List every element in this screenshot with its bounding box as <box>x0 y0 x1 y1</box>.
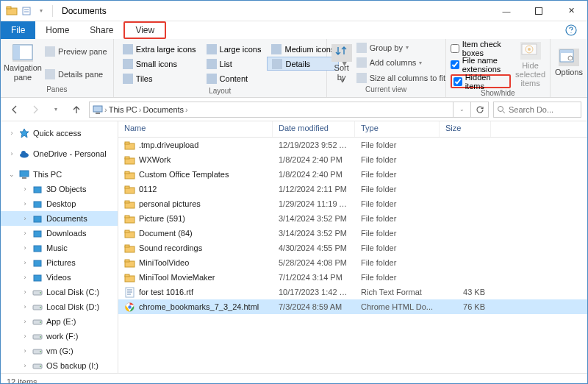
col-date[interactable]: Date modified <box>273 121 355 137</box>
details-pane-button[interactable]: Details pane <box>45 68 107 82</box>
options-button[interactable]: Options <box>553 40 584 85</box>
tree-item[interactable]: ›App (E:) <box>1 314 118 329</box>
hidden-items-toggle[interactable]: Hidden items <box>451 74 511 88</box>
forward-button[interactable] <box>27 102 43 118</box>
table-row[interactable]: .tmp.driveupload12/19/2023 9:52 AMFile f… <box>118 138 587 152</box>
minimize-button[interactable]: — <box>490 1 523 21</box>
expand-icon[interactable]: › <box>21 274 29 281</box>
file-extensions-checkbox[interactable] <box>451 60 459 69</box>
expand-icon[interactable]: › <box>21 215 29 222</box>
tree-item[interactable]: ›Documents <box>1 211 118 226</box>
table-row[interactable]: personal pictures1/29/2024 11:19 AMFile … <box>118 196 587 211</box>
expand-icon[interactable]: › <box>8 129 15 137</box>
table-row[interactable]: MiniTool MovieMaker7/1/2024 3:14 PMFile … <box>118 270 587 285</box>
tree-item[interactable]: ›Local Disk (D:) <box>1 299 118 314</box>
table-row[interactable]: for test 1016.rtf10/17/2023 1:42 PMRich … <box>118 285 587 299</box>
expand-icon[interactable]: › <box>8 150 15 157</box>
sort-by-button[interactable]: Sort by <box>330 40 354 85</box>
file-extensions-toggle[interactable]: File name extensions <box>451 58 511 72</box>
crumb-documents[interactable]: Documents <box>143 105 184 114</box>
maximize-button[interactable] <box>523 1 555 21</box>
table-row[interactable]: MiniToolVideo5/28/2024 4:08 PMFile folde… <box>118 255 587 270</box>
recent-locations-button[interactable]: ▾ <box>48 102 64 118</box>
qat-dropdown-icon[interactable]: ▾ <box>35 4 48 18</box>
tree-item[interactable]: ›work (F:) <box>1 329 118 344</box>
breadcrumb[interactable]: › This PC › Documents › <box>89 102 453 118</box>
close-button[interactable]: ✕ <box>555 1 587 21</box>
col-size[interactable]: Size <box>440 121 491 137</box>
group-by-button[interactable]: Group by▾ <box>356 40 445 54</box>
file-name: Custom Office Templates <box>139 170 229 179</box>
col-name[interactable]: Name <box>118 121 273 137</box>
tab-view[interactable]: View <box>123 21 166 39</box>
expand-icon[interactable]: › <box>21 244 29 252</box>
size-columns-button[interactable]: Size all columns to fit <box>356 71 445 85</box>
tree-item[interactable]: ›3D Objects <box>1 182 118 196</box>
col-type[interactable]: Type <box>355 121 440 137</box>
expand-icon[interactable]: › <box>21 333 29 340</box>
preview-pane-button[interactable]: Preview pane <box>45 45 107 59</box>
svg-rect-23 <box>20 171 29 177</box>
qat-props-icon[interactable] <box>20 4 33 18</box>
layout-list[interactable]: List <box>202 57 266 71</box>
expand-icon[interactable]: › <box>21 230 29 237</box>
tree-item[interactable]: ›Pictures <box>1 255 118 270</box>
tree-item[interactable]: ›Local Disk (C:) <box>1 285 118 299</box>
refresh-button[interactable] <box>471 102 489 118</box>
back-button[interactable] <box>7 102 23 118</box>
item-check-boxes-checkbox[interactable] <box>451 44 459 53</box>
layout-content[interactable]: Content <box>202 71 266 85</box>
help-button[interactable] <box>555 21 587 39</box>
navigation-pane-button[interactable]: Navigation pane <box>4 40 42 85</box>
tree-item[interactable]: ›Videos <box>1 270 118 285</box>
tree-item[interactable]: ›vm (G:) <box>1 344 118 358</box>
item-check-boxes-toggle[interactable]: Item check boxes <box>451 41 511 55</box>
column-headers[interactable]: Name Date modified Type Size <box>118 121 587 138</box>
tree-item[interactable]: ›OS backup (I:) <box>1 358 118 373</box>
tree-this-pc[interactable]: ⌄This PC <box>1 167 118 182</box>
tree-quick-access[interactable]: ›Quick access <box>1 126 118 141</box>
crumb-this-pc[interactable]: This PC <box>109 105 137 114</box>
add-columns-button[interactable]: Add columns▾ <box>356 56 445 70</box>
expand-icon[interactable]: › <box>21 347 29 355</box>
tree-item-label: 3D Objects <box>46 185 86 193</box>
tree-item[interactable]: ›Downloads <box>1 226 118 241</box>
table-row[interactable]: WXWork1/8/2024 2:40 PMFile folder <box>118 152 587 167</box>
layout-extra-large[interactable]: Extra large icons <box>118 42 201 56</box>
collapse-icon[interactable]: ⌄ <box>8 171 15 178</box>
tab-home[interactable]: Home <box>35 21 79 39</box>
file-name: Picture (591) <box>139 214 185 223</box>
address-dropdown-button[interactable]: ⌄ <box>453 102 471 118</box>
layout-large[interactable]: Large icons <box>202 42 266 56</box>
svg-point-22 <box>21 151 26 155</box>
file-size: 43 KB <box>440 288 491 296</box>
table-row[interactable]: Custom Office Templates1/8/2024 2:40 PMF… <box>118 167 587 182</box>
file-date: 12/19/2023 9:52 AM <box>273 141 355 149</box>
nav-tree[interactable]: ›Quick access ›OneDrive - Personal ⌄This… <box>1 121 118 373</box>
hide-selected-button[interactable]: Hide selected items <box>514 40 547 89</box>
expand-icon[interactable]: › <box>21 185 29 193</box>
expand-icon[interactable]: › <box>21 318 29 325</box>
file-rows[interactable]: .tmp.driveupload12/19/2023 9:52 AMFile f… <box>118 138 587 373</box>
tab-share[interactable]: Share <box>79 21 123 39</box>
layout-small[interactable]: Small icons <box>118 57 201 71</box>
expand-icon[interactable]: › <box>21 200 29 207</box>
table-row[interactable]: Document (84)3/14/2024 3:52 PMFile folde… <box>118 226 587 241</box>
expand-icon[interactable]: › <box>21 362 29 369</box>
table-row[interactable]: Picture (591)3/14/2024 3:52 PMFile folde… <box>118 211 587 226</box>
search-input[interactable] <box>509 105 567 114</box>
table-row[interactable]: Sound recordings4/30/2024 4:55 PMFile fo… <box>118 241 587 255</box>
tree-onedrive[interactable]: ›OneDrive - Personal <box>1 146 118 161</box>
expand-icon[interactable]: › <box>21 259 29 266</box>
hidden-items-checkbox[interactable] <box>453 77 462 86</box>
table-row[interactable]: 01121/12/2024 2:11 PMFile folder <box>118 182 587 196</box>
expand-icon[interactable]: › <box>21 303 29 310</box>
tree-item[interactable]: ›Desktop <box>1 196 118 211</box>
expand-icon[interactable]: › <box>21 288 29 296</box>
up-button[interactable] <box>68 102 85 118</box>
tab-file[interactable]: File <box>1 21 35 39</box>
layout-tiles[interactable]: Tiles <box>118 71 201 85</box>
table-row[interactable]: chrome_bookmarks_7_3_24.html7/3/2024 8:5… <box>118 299 587 314</box>
tree-item[interactable]: ›Music <box>1 241 118 255</box>
search-box[interactable] <box>493 102 581 118</box>
